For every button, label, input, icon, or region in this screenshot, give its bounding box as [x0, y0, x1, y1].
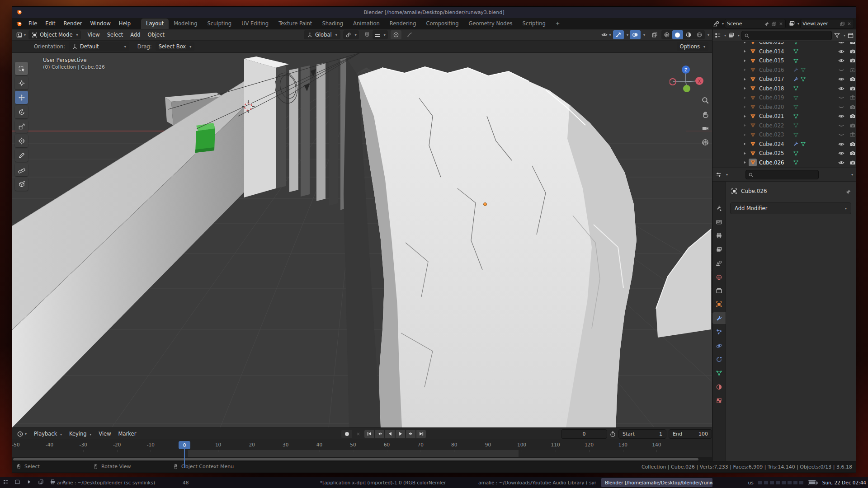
- outliner-row[interactable]: Cube.023: [712, 130, 856, 140]
- timeline-track[interactable]: [12, 450, 712, 457]
- timeline-menu-playback[interactable]: Playback ▾: [30, 429, 66, 438]
- timeline-menu-marker[interactable]: Marker: [115, 429, 140, 438]
- workspace-tab-scripting[interactable]: Scripting: [518, 19, 551, 29]
- viewport-canvas[interactable]: User Perspective (0) Collection | Cube.0…: [12, 53, 712, 427]
- end-frame-field[interactable]: End100: [669, 429, 712, 439]
- expand-arrow-icon[interactable]: [742, 132, 747, 137]
- playhead[interactable]: 0: [179, 441, 190, 449]
- camera-render-icon[interactable]: [849, 42, 856, 45]
- proportional-edit-toggle[interactable]: [391, 30, 401, 39]
- workspace-tab-layout[interactable]: Layout: [141, 19, 169, 29]
- outliner-display-mode-icon[interactable]: [714, 32, 721, 39]
- outliner-row[interactable]: Cube.022: [712, 121, 856, 131]
- camera-render-icon[interactable]: [849, 85, 856, 92]
- drag-setting-dropdown[interactable]: Select Box ▾: [156, 42, 195, 51]
- outliner-filter-photos-icon[interactable]: [728, 32, 735, 39]
- outliner-row[interactable]: Cube.016: [712, 66, 856, 75]
- chevron-down-icon[interactable]: ▾: [844, 33, 845, 38]
- rendered-shading-button[interactable]: [694, 30, 705, 39]
- eye-closed-icon[interactable]: [838, 122, 844, 129]
- gizmos-toggle[interactable]: [613, 30, 624, 39]
- chevron-down-icon[interactable]: ▾: [797, 22, 799, 26]
- timeline-menu-keying[interactable]: Keying ▾: [66, 429, 95, 438]
- pin-icon[interactable]: [764, 21, 769, 27]
- expand-arrow-icon[interactable]: [742, 104, 747, 109]
- camera-render-icon[interactable]: [849, 76, 856, 82]
- camera-render-icon[interactable]: [849, 160, 856, 166]
- properties-tab-constraints[interactable]: [712, 353, 726, 365]
- workspace-tab-shading[interactable]: Shading: [317, 19, 348, 29]
- copy-icon[interactable]: [771, 21, 777, 27]
- move-tool[interactable]: [15, 91, 28, 104]
- material-shading-button[interactable]: [683, 30, 694, 39]
- workspace-tab--[interactable]: +: [551, 19, 565, 29]
- eye-open-icon[interactable]: [838, 76, 844, 82]
- start-frame-field[interactable]: Start1: [618, 429, 666, 439]
- workspace-tab-animation[interactable]: Animation: [348, 19, 385, 29]
- scale-tool[interactable]: [15, 120, 28, 133]
- properties-tab-world[interactable]: [712, 271, 726, 283]
- scrollbar-thumb[interactable]: [13, 458, 698, 460]
- taskbar-window-button[interactable]: amalie : ~/Downloads/Youtube Audio Libra…: [475, 478, 596, 487]
- green-cube[interactable]: [195, 123, 215, 153]
- timeline-scrollbar[interactable]: [12, 457, 712, 461]
- zoom-icon[interactable]: [701, 96, 709, 104]
- properties-tab-collection[interactable]: [712, 285, 726, 296]
- annotate-tool[interactable]: [15, 149, 28, 162]
- rotate-tool[interactable]: [15, 105, 28, 118]
- snap-toggle[interactable]: [362, 30, 373, 39]
- workspace-tab-rendering[interactable]: Rendering: [385, 19, 421, 29]
- close-icon[interactable]: [778, 21, 783, 26]
- workspace-tab-uv-editing[interactable]: UV Editing: [236, 19, 274, 29]
- rocky-ridge[interactable]: [358, 67, 637, 427]
- cursor-tool[interactable]: [15, 76, 28, 89]
- taskbar-window-button[interactable]: Nemler: [425, 478, 449, 487]
- properties-tab-texture[interactable]: [712, 395, 726, 407]
- expand-arrow-icon[interactable]: [742, 77, 747, 82]
- add-cube-tool[interactable]: [15, 178, 28, 191]
- menu-file[interactable]: File: [24, 19, 41, 28]
- expand-arrow-icon[interactable]: [742, 141, 747, 146]
- properties-tab-modifiers[interactable]: [712, 312, 726, 324]
- expand-arrow-icon[interactable]: [742, 86, 747, 91]
- camera-render-icon[interactable]: [849, 141, 856, 147]
- battery-icon[interactable]: [808, 480, 818, 485]
- timeline-editor-type-icon[interactable]: [17, 431, 24, 437]
- timeline-menu-view[interactable]: View: [95, 429, 114, 438]
- gizmo-y-axis[interactable]: [683, 85, 690, 92]
- workspace-tab-geometry-nodes[interactable]: Geometry Nodes: [464, 19, 518, 29]
- eye-open-icon[interactable]: [838, 85, 844, 92]
- outliner-search-input[interactable]: [741, 31, 832, 40]
- add-modifier-button[interactable]: Add Modifier ▾: [730, 202, 851, 214]
- jump-start-button[interactable]: [364, 430, 374, 438]
- workspace-tab-sculpting[interactable]: Sculpting: [202, 19, 236, 29]
- outliner-row[interactable]: Cube.019: [712, 93, 856, 103]
- viewport-menu-object[interactable]: Object: [144, 30, 168, 39]
- eye-open-icon[interactable]: [838, 160, 844, 166]
- outliner-row[interactable]: Cube.014: [712, 47, 856, 56]
- eye-closed-icon[interactable]: [838, 104, 844, 110]
- camera-render-icon[interactable]: [849, 122, 856, 129]
- chevron-down-icon[interactable]: ▾: [722, 22, 724, 26]
- outliner-row[interactable]: Cube.013: [712, 42, 856, 47]
- chevron-down-icon[interactable]: ▾: [627, 33, 628, 37]
- camera-view-icon[interactable]: [701, 124, 709, 132]
- new-collection-icon[interactable]: [847, 32, 854, 39]
- properties-tab-scene[interactable]: [712, 258, 726, 269]
- expand-arrow-icon[interactable]: [742, 160, 747, 165]
- prev-keyframe-button[interactable]: [375, 430, 384, 438]
- properties-search-input[interactable]: [745, 170, 819, 179]
- eye-open-icon[interactable]: [838, 141, 844, 147]
- current-frame-field[interactable]: 0: [561, 429, 607, 439]
- auto-keying-toggle[interactable]: [341, 430, 352, 438]
- pivot-dropdown[interactable]: ▾: [343, 30, 359, 39]
- snap-with-dropdown[interactable]: ▾: [373, 30, 388, 39]
- tray-icons[interactable]: [758, 481, 803, 484]
- properties-tab-render[interactable]: [712, 216, 726, 228]
- eye-open-icon[interactable]: [838, 57, 844, 64]
- toggle-ortho-icon[interactable]: [701, 138, 709, 146]
- properties-editor-type-icon[interactable]: [715, 171, 722, 178]
- menu-edit[interactable]: Edit: [41, 19, 59, 28]
- eye-open-icon[interactable]: [838, 42, 844, 45]
- chevron-down-icon[interactable]: ▾: [726, 173, 728, 177]
